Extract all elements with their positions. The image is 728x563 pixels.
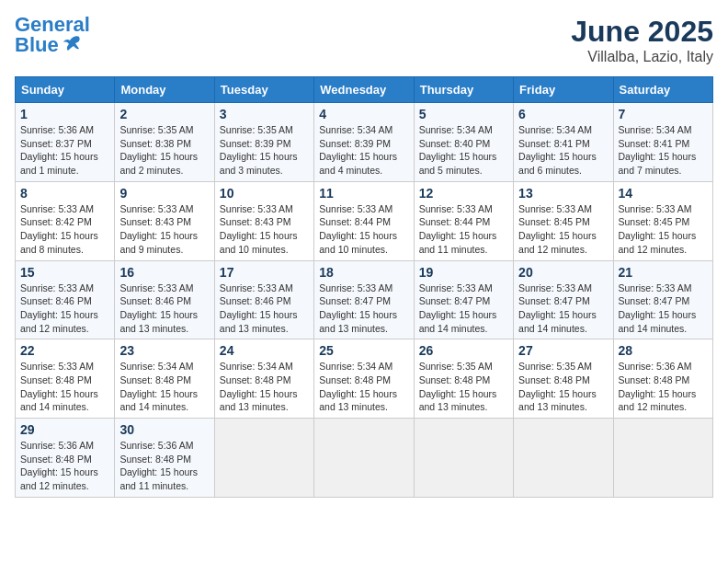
calendar-day-cell: 22Sunrise: 5:33 AMSunset: 8:48 PMDayligh… — [16, 339, 115, 419]
calendar-title: June 2025 — [571, 15, 713, 49]
day-info: Sunrise: 5:35 AMSunset: 8:48 PMDaylight:… — [518, 360, 608, 414]
calendar-day-cell: 12Sunrise: 5:33 AMSunset: 8:44 PMDayligh… — [414, 181, 513, 260]
day-number: 5 — [419, 107, 508, 121]
logo: General Blue — [15, 15, 90, 55]
calendar-day-cell: 21Sunrise: 5:33 AMSunset: 8:47 PMDayligh… — [613, 260, 712, 339]
calendar-week-row: 8Sunrise: 5:33 AMSunset: 8:42 PMDaylight… — [16, 181, 713, 260]
calendar-day-cell: 26Sunrise: 5:35 AMSunset: 8:48 PMDayligh… — [414, 339, 513, 419]
day-number: 22 — [20, 343, 109, 358]
calendar-day-cell: 19Sunrise: 5:33 AMSunset: 8:47 PMDayligh… — [414, 260, 513, 339]
calendar-week-row: 1Sunrise: 5:36 AMSunset: 8:37 PMDaylight… — [16, 103, 713, 182]
day-info: Sunrise: 5:33 AMSunset: 8:46 PMDaylight:… — [20, 282, 109, 336]
calendar-day-cell — [414, 419, 513, 498]
day-info: Sunrise: 5:36 AMSunset: 8:48 PMDaylight:… — [619, 360, 708, 414]
day-info: Sunrise: 5:36 AMSunset: 8:37 PMDaylight:… — [20, 123, 109, 178]
day-info: Sunrise: 5:33 AMSunset: 8:47 PMDaylight:… — [319, 282, 408, 336]
day-info: Sunrise: 5:34 AMSunset: 8:40 PMDaylight:… — [419, 123, 508, 178]
day-info: Sunrise: 5:33 AMSunset: 8:46 PMDaylight:… — [119, 282, 209, 336]
calendar-day-cell: 16Sunrise: 5:33 AMSunset: 8:46 PMDayligh… — [115, 260, 214, 339]
col-thursday: Thursday — [414, 77, 513, 103]
day-number: 9 — [119, 186, 209, 201]
calendar-day-cell: 23Sunrise: 5:34 AMSunset: 8:48 PMDayligh… — [115, 339, 214, 419]
day-number: 6 — [518, 107, 608, 121]
day-info: Sunrise: 5:33 AMSunset: 8:45 PMDaylight:… — [518, 202, 608, 257]
day-info: Sunrise: 5:34 AMSunset: 8:39 PMDaylight:… — [319, 123, 408, 178]
day-info: Sunrise: 5:33 AMSunset: 8:43 PMDaylight:… — [119, 202, 209, 257]
calendar-day-cell: 6Sunrise: 5:34 AMSunset: 8:41 PMDaylight… — [514, 103, 613, 182]
calendar-week-row: 15Sunrise: 5:33 AMSunset: 8:46 PMDayligh… — [16, 260, 713, 339]
calendar-day-cell: 9Sunrise: 5:33 AMSunset: 8:43 PMDaylight… — [115, 181, 214, 260]
calendar-subtitle: Villalba, Lazio, Italy — [571, 49, 713, 65]
col-tuesday: Tuesday — [214, 77, 313, 103]
day-info: Sunrise: 5:33 AMSunset: 8:47 PMDaylight:… — [518, 282, 608, 336]
calendar-day-cell: 20Sunrise: 5:33 AMSunset: 8:47 PMDayligh… — [514, 260, 613, 339]
day-info: Sunrise: 5:33 AMSunset: 8:44 PMDaylight:… — [319, 202, 408, 257]
calendar-header-row: Sunday Monday Tuesday Wednesday Thursday… — [16, 77, 713, 103]
calendar-day-cell: 7Sunrise: 5:34 AMSunset: 8:41 PMDaylight… — [613, 103, 712, 182]
calendar-day-cell: 17Sunrise: 5:33 AMSunset: 8:46 PMDayligh… — [214, 260, 313, 339]
day-number: 19 — [419, 265, 508, 280]
day-number: 11 — [319, 186, 408, 201]
day-number: 23 — [119, 343, 209, 358]
day-number: 25 — [319, 343, 408, 358]
col-friday: Friday — [514, 77, 613, 103]
day-number: 3 — [220, 107, 309, 121]
calendar-day-cell: 24Sunrise: 5:34 AMSunset: 8:48 PMDayligh… — [214, 339, 313, 419]
day-info: Sunrise: 5:34 AMSunset: 8:48 PMDaylight:… — [119, 360, 209, 414]
logo-bird-icon — [63, 35, 83, 53]
col-wednesday: Wednesday — [314, 77, 414, 103]
col-saturday: Saturday — [613, 77, 712, 103]
day-info: Sunrise: 5:34 AMSunset: 8:48 PMDaylight:… — [319, 360, 408, 414]
day-number: 30 — [119, 422, 209, 437]
day-info: Sunrise: 5:35 AMSunset: 8:48 PMDaylight:… — [419, 360, 508, 414]
calendar-day-cell: 28Sunrise: 5:36 AMSunset: 8:48 PMDayligh… — [613, 339, 712, 419]
calendar-day-cell: 2Sunrise: 5:35 AMSunset: 8:38 PMDaylight… — [115, 103, 214, 182]
day-number: 12 — [419, 186, 508, 201]
day-info: Sunrise: 5:33 AMSunset: 8:46 PMDaylight:… — [220, 282, 309, 336]
col-sunday: Sunday — [16, 77, 115, 103]
calendar-day-cell — [314, 419, 414, 498]
day-info: Sunrise: 5:35 AMSunset: 8:39 PMDaylight:… — [220, 123, 309, 178]
day-info: Sunrise: 5:36 AMSunset: 8:48 PMDaylight:… — [20, 439, 109, 493]
day-number: 16 — [119, 265, 209, 280]
calendar-day-cell: 11Sunrise: 5:33 AMSunset: 8:44 PMDayligh… — [314, 181, 414, 260]
day-info: Sunrise: 5:36 AMSunset: 8:48 PMDaylight:… — [119, 439, 209, 493]
day-number: 8 — [20, 186, 109, 201]
day-info: Sunrise: 5:34 AMSunset: 8:41 PMDaylight:… — [619, 123, 708, 178]
calendar-day-cell: 5Sunrise: 5:34 AMSunset: 8:40 PMDaylight… — [414, 103, 513, 182]
calendar-day-cell: 10Sunrise: 5:33 AMSunset: 8:43 PMDayligh… — [214, 181, 313, 260]
day-number: 21 — [619, 265, 708, 280]
day-number: 29 — [20, 422, 109, 437]
page-header: General Blue June 2025 Villalba, Lazio, … — [15, 15, 713, 65]
day-number: 18 — [319, 265, 408, 280]
day-info: Sunrise: 5:34 AMSunset: 8:48 PMDaylight:… — [220, 360, 309, 414]
day-number: 20 — [518, 265, 608, 280]
calendar-day-cell: 18Sunrise: 5:33 AMSunset: 8:47 PMDayligh… — [314, 260, 414, 339]
calendar-day-cell: 4Sunrise: 5:34 AMSunset: 8:39 PMDaylight… — [314, 103, 414, 182]
col-monday: Monday — [115, 77, 214, 103]
day-info: Sunrise: 5:33 AMSunset: 8:47 PMDaylight:… — [419, 282, 508, 336]
calendar-day-cell: 8Sunrise: 5:33 AMSunset: 8:42 PMDaylight… — [16, 181, 115, 260]
calendar-day-cell — [514, 419, 613, 498]
day-number: 13 — [518, 186, 608, 201]
day-info: Sunrise: 5:33 AMSunset: 8:45 PMDaylight:… — [619, 202, 708, 257]
calendar-week-row: 29Sunrise: 5:36 AMSunset: 8:48 PMDayligh… — [16, 419, 713, 498]
calendar-week-row: 22Sunrise: 5:33 AMSunset: 8:48 PMDayligh… — [16, 339, 713, 419]
calendar-day-cell: 13Sunrise: 5:33 AMSunset: 8:45 PMDayligh… — [514, 181, 613, 260]
day-number: 27 — [518, 343, 608, 358]
day-info: Sunrise: 5:33 AMSunset: 8:43 PMDaylight:… — [220, 202, 309, 257]
day-info: Sunrise: 5:33 AMSunset: 8:48 PMDaylight:… — [20, 360, 109, 414]
calendar-day-cell — [613, 419, 712, 498]
day-info: Sunrise: 5:34 AMSunset: 8:41 PMDaylight:… — [518, 123, 608, 178]
day-info: Sunrise: 5:33 AMSunset: 8:47 PMDaylight:… — [619, 282, 708, 336]
day-number: 14 — [619, 186, 708, 201]
day-number: 24 — [220, 343, 309, 358]
calendar-day-cell: 29Sunrise: 5:36 AMSunset: 8:48 PMDayligh… — [16, 419, 115, 498]
calendar-day-cell: 3Sunrise: 5:35 AMSunset: 8:39 PMDaylight… — [214, 103, 313, 182]
day-info: Sunrise: 5:33 AMSunset: 8:42 PMDaylight:… — [20, 202, 109, 257]
day-number: 1 — [20, 107, 109, 121]
day-number: 17 — [220, 265, 309, 280]
logo-blue: Blue — [15, 35, 59, 55]
day-number: 2 — [119, 107, 209, 121]
calendar-day-cell: 15Sunrise: 5:33 AMSunset: 8:46 PMDayligh… — [16, 260, 115, 339]
